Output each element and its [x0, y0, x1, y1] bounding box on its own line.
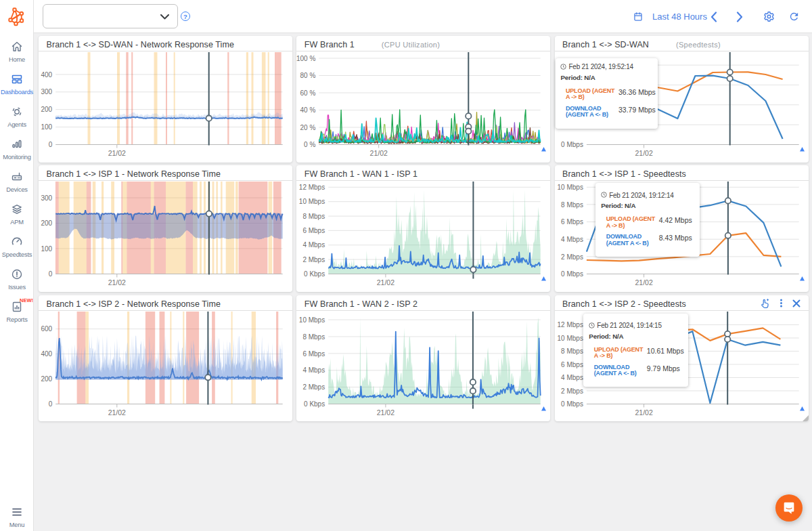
svg-text:21/02: 21/02: [108, 278, 126, 286]
svg-text:600: 600: [41, 325, 53, 333]
svg-text:6 Mbps: 6 Mbps: [561, 360, 583, 368]
svg-text:0: 0: [49, 400, 53, 408]
svg-text:400: 400: [41, 350, 53, 358]
svg-text:200: 200: [41, 375, 53, 383]
svg-text:10 Mbps: 10 Mbps: [299, 316, 325, 323]
svg-text:20 %: 20 %: [300, 124, 316, 131]
svg-text:80 %: 80 %: [300, 72, 316, 79]
svg-text:300: 300: [41, 88, 53, 95]
svg-text:400: 400: [41, 71, 53, 79]
svg-text:21/02: 21/02: [377, 278, 394, 286]
svg-text:8 Mbps: 8 Mbps: [303, 213, 325, 220]
svg-text:4 Mbps: 4 Mbps: [561, 236, 583, 243]
svg-text:6 Mbps: 6 Mbps: [303, 227, 325, 234]
svg-text:0 Kbps: 0 Kbps: [304, 400, 325, 408]
svg-text:10 Mbps: 10 Mbps: [557, 334, 583, 341]
svg-text:2 Mbps: 2 Mbps: [561, 253, 583, 261]
svg-text:4 Mbps: 4 Mbps: [303, 366, 325, 374]
svg-text:100: 100: [41, 123, 53, 131]
svg-text:21/02: 21/02: [108, 408, 126, 416]
svg-text:12 Mbps: 12 Mbps: [557, 321, 583, 328]
svg-text:0 Kbps: 0 Kbps: [304, 270, 325, 278]
svg-text:300: 300: [41, 194, 53, 202]
svg-text:6 Mbps: 6 Mbps: [303, 349, 325, 357]
svg-text:8 Mbps: 8 Mbps: [561, 347, 583, 355]
svg-text:12 Mbps: 12 Mbps: [299, 184, 325, 191]
svg-text:10 Mbps: 10 Mbps: [299, 198, 325, 206]
svg-text:0 Mbps: 0 Mbps: [561, 141, 583, 148]
svg-text:10 Mbps: 10 Mbps: [557, 184, 583, 191]
svg-text:100: 100: [41, 245, 53, 253]
svg-text:200: 200: [41, 106, 53, 113]
svg-text:21/02: 21/02: [108, 149, 126, 157]
svg-text:21/02: 21/02: [635, 278, 652, 286]
svg-text:21/02: 21/02: [377, 408, 394, 416]
svg-text:40 %: 40 %: [300, 106, 316, 114]
svg-text:21/02: 21/02: [635, 149, 652, 157]
svg-text:2 Mbps: 2 Mbps: [561, 387, 583, 394]
svg-text:4 Mbps: 4 Mbps: [561, 374, 583, 381]
svg-text:21/02: 21/02: [370, 149, 388, 157]
svg-text:2 Mbps: 2 Mbps: [303, 256, 325, 263]
svg-text:0: 0: [49, 270, 53, 278]
svg-text:0 %: 0 %: [304, 141, 315, 148]
svg-text:8 Mbps: 8 Mbps: [561, 201, 583, 209]
svg-text:200: 200: [41, 219, 53, 227]
svg-text:6 Mbps: 6 Mbps: [561, 218, 583, 226]
svg-text:0 Mbps: 0 Mbps: [561, 270, 583, 278]
svg-text:60 %: 60 %: [300, 89, 316, 97]
svg-text:0: 0: [49, 141, 53, 148]
svg-text:4 Mbps: 4 Mbps: [303, 242, 325, 249]
svg-text:2 Mbps: 2 Mbps: [303, 383, 325, 391]
svg-text:100 %: 100 %: [296, 55, 315, 62]
svg-text:21/02: 21/02: [635, 408, 652, 416]
svg-text:0 Mbps: 0 Mbps: [561, 400, 583, 408]
svg-text:8 Mbps: 8 Mbps: [303, 333, 325, 340]
